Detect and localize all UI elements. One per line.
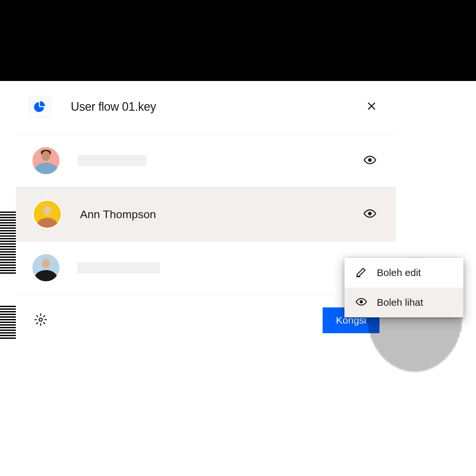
dropdown-label: Boleh lihat bbox=[377, 297, 423, 308]
svg-point-0 bbox=[368, 158, 372, 162]
close-button[interactable] bbox=[364, 98, 379, 115]
avatar bbox=[32, 199, 62, 229]
avatar bbox=[32, 147, 60, 174]
people-list: Ann Thompson bbox=[16, 135, 396, 294]
top-bar bbox=[0, 0, 476, 81]
eye-icon bbox=[364, 162, 376, 167]
dialog-footer: Kongsi bbox=[16, 294, 396, 346]
svg-point-1 bbox=[368, 212, 372, 215]
person-name: Ann Thompson bbox=[80, 208, 364, 221]
person-row[interactable] bbox=[16, 242, 396, 294]
person-row[interactable] bbox=[16, 135, 396, 187]
file-title: User flow 01.key bbox=[71, 100, 364, 114]
permission-dropdown: Boleh edit Boleh lihat bbox=[344, 258, 463, 317]
person-name-placeholder bbox=[77, 155, 147, 166]
settings-button[interactable] bbox=[34, 313, 47, 327]
svg-point-3 bbox=[360, 300, 363, 303]
pencil-icon bbox=[356, 266, 367, 279]
decoration-stripe bbox=[0, 211, 16, 274]
avatar bbox=[32, 254, 60, 281]
gear-icon bbox=[34, 321, 47, 327]
dropdown-label: Boleh edit bbox=[377, 267, 421, 278]
share-dialog: User flow 01.key bbox=[16, 83, 396, 346]
permission-toggle[interactable] bbox=[364, 207, 376, 221]
dropdown-item-view[interactable]: Boleh lihat bbox=[344, 288, 463, 317]
dropdown-item-edit[interactable]: Boleh edit bbox=[344, 258, 463, 288]
pie-chart-icon bbox=[34, 100, 46, 113]
close-icon bbox=[366, 107, 377, 112]
person-row[interactable]: Ann Thompson bbox=[16, 187, 396, 242]
eye-icon bbox=[356, 296, 367, 309]
dialog-header: User flow 01.key bbox=[16, 83, 396, 135]
decoration-stripe bbox=[0, 306, 16, 339]
permission-toggle[interactable] bbox=[364, 154, 376, 168]
svg-point-2 bbox=[39, 318, 42, 321]
file-icon-container bbox=[29, 96, 51, 118]
person-name-placeholder bbox=[77, 262, 160, 273]
eye-icon bbox=[364, 215, 376, 221]
